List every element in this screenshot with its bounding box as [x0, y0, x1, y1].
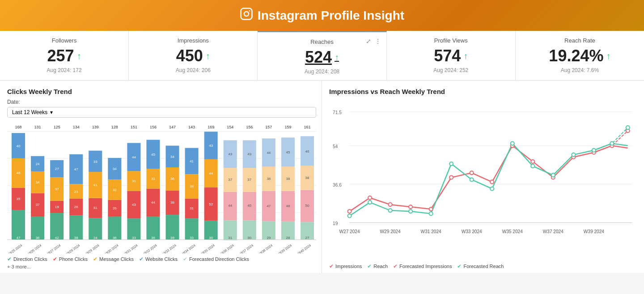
svg-text:169: 169: [208, 125, 214, 129]
svg-text:46: 46: [305, 149, 309, 153]
svg-text:134: 134: [73, 125, 80, 129]
bar-w30: 128 36 26 32 34: [108, 125, 121, 240]
bar-w31: 151 33 43 31 44: [127, 125, 140, 240]
metric-profile-views-label: Profile Views: [396, 37, 506, 44]
more-link[interactable]: + 3 more...: [7, 264, 316, 269]
svg-text:48: 48: [286, 204, 290, 208]
svg-point-202: [470, 178, 474, 181]
svg-text:46: 46: [17, 171, 21, 175]
svg-text:38: 38: [286, 177, 290, 181]
arrow-up-icon: ↑: [463, 51, 468, 61]
bar-chart: 168 47 35 46 40: [7, 122, 316, 253]
expand-button[interactable]: ⤢: [365, 37, 372, 46]
svg-text:41: 41: [93, 183, 97, 187]
svg-text:33: 33: [190, 236, 194, 240]
date-select[interactable]: Last 12 Weeks ▾: [7, 107, 316, 118]
svg-text:38: 38: [305, 176, 309, 180]
line-chart: 71.5 54 36.6 19: [329, 99, 637, 260]
svg-text:156: 156: [150, 125, 157, 129]
svg-text:47: 47: [17, 236, 21, 240]
svg-point-187: [470, 171, 474, 175]
svg-text:45: 45: [286, 150, 290, 154]
svg-text:26: 26: [74, 205, 78, 209]
svg-text:W39 2024: W39 2024: [278, 243, 292, 253]
svg-text:50: 50: [305, 204, 309, 208]
svg-text:W26 2024: W26 2024: [27, 243, 42, 253]
svg-point-208: [592, 149, 596, 152]
svg-text:52: 52: [209, 202, 213, 206]
svg-text:147: 147: [169, 125, 176, 129]
svg-text:W35 2024: W35 2024: [502, 229, 523, 234]
metric-reach-rate-label: Reach Rate: [525, 37, 635, 44]
svg-text:36.6: 36.6: [333, 183, 342, 187]
legend-impressions: ✔ Impressions: [329, 263, 362, 269]
svg-point-197: [368, 200, 372, 204]
svg-text:34: 34: [170, 155, 174, 159]
metric-followers: Followers 257 ↑ Aug 2024: 172: [0, 31, 129, 80]
svg-text:156: 156: [246, 125, 253, 129]
svg-point-200: [429, 212, 433, 215]
svg-text:W31 2024: W31 2024: [421, 229, 441, 234]
svg-point-203: [490, 187, 494, 191]
svg-text:54: 54: [333, 144, 338, 149]
bar-w26: 131 36 37 34 24: [31, 125, 44, 240]
svg-text:128: 128: [111, 125, 118, 129]
svg-point-2: [249, 10, 250, 12]
metric-reaches-actions: ⤢ ⋮: [365, 37, 382, 46]
svg-text:31: 31: [151, 177, 155, 181]
metric-followers-value: 257 ↑: [9, 47, 119, 65]
right-chart: Impressions vs Reach Weekly Trend 71.5 5…: [322, 81, 644, 273]
svg-text:157: 157: [265, 125, 272, 129]
svg-text:37: 37: [228, 178, 232, 182]
svg-text:43: 43: [132, 203, 136, 207]
metric-profile-views-sub: Aug 2024: 252: [396, 67, 506, 73]
svg-text:44: 44: [209, 171, 213, 175]
svg-text:23: 23: [74, 190, 78, 194]
metric-impressions-sub: Aug 2024: 206: [138, 67, 248, 73]
metric-reaches: ⤢ ⋮ Reaches 524 ↑ Aug 2024: 208: [258, 31, 386, 80]
svg-point-185: [429, 207, 433, 211]
svg-text:45: 45: [247, 204, 251, 208]
svg-text:44: 44: [267, 151, 271, 155]
bar-w40: 161 27 50 38 46: [301, 125, 314, 240]
more-options-button[interactable]: ⋮: [374, 37, 382, 46]
svg-text:125: 125: [54, 125, 60, 129]
chevron-down-icon: ▾: [50, 109, 53, 115]
metrics-row: Followers 257 ↑ Aug 2024: 172 Impression…: [0, 31, 644, 81]
svg-point-1: [244, 12, 249, 16]
svg-text:35: 35: [17, 197, 21, 201]
legend-forecasted-reach: ✔ Forecasted Reach: [457, 263, 504, 269]
svg-text:38: 38: [74, 236, 78, 240]
svg-text:34: 34: [113, 167, 117, 171]
svg-text:71.5: 71.5: [333, 110, 342, 115]
header: Instagram Profile Insight: [0, 0, 644, 31]
svg-text:W30 2024: W30 2024: [104, 243, 119, 253]
svg-text:39: 39: [170, 236, 174, 240]
legend-reach: ✔ Reach: [367, 263, 388, 269]
svg-text:W28 2024: W28 2024: [66, 243, 80, 253]
svg-text:47: 47: [74, 167, 78, 171]
bar-w28: 134 38 26 23 47: [69, 125, 83, 240]
left-chart-legend: ✔ Direction Clicks ✔ Phone Clicks ✔ Mess…: [7, 253, 316, 262]
bar-w38: 157 29 47 38 44: [262, 125, 275, 240]
svg-text:W31 2024: W31 2024: [123, 243, 138, 253]
svg-text:33: 33: [93, 160, 97, 164]
svg-text:27: 27: [305, 236, 309, 240]
bar-w37: 156 30 45 37 43: [243, 125, 256, 240]
svg-text:W37 2024: W37 2024: [543, 229, 564, 234]
metric-followers-sub: Aug 2024: 172: [9, 67, 119, 73]
svg-text:W40 2024: W40 2024: [297, 243, 312, 253]
svg-point-201: [449, 162, 453, 166]
metric-reaches-value: 524 ↑: [267, 48, 377, 67]
svg-point-199: [409, 209, 412, 213]
svg-text:30: 30: [209, 236, 213, 240]
bar-w34: 143 33 31 38 41: [185, 125, 199, 240]
arrow-up-icon: ↑: [335, 52, 339, 63]
legend-website-clicks: ✔ Website Clicks: [139, 256, 178, 262]
svg-text:31: 31: [190, 206, 194, 210]
metric-reaches-sub: Aug 2024: 208: [267, 68, 377, 75]
svg-text:34: 34: [36, 180, 40, 184]
svg-point-210: [626, 126, 630, 129]
bar-w39: 159 28 48 38 45: [281, 125, 295, 240]
svg-text:159: 159: [284, 125, 291, 129]
